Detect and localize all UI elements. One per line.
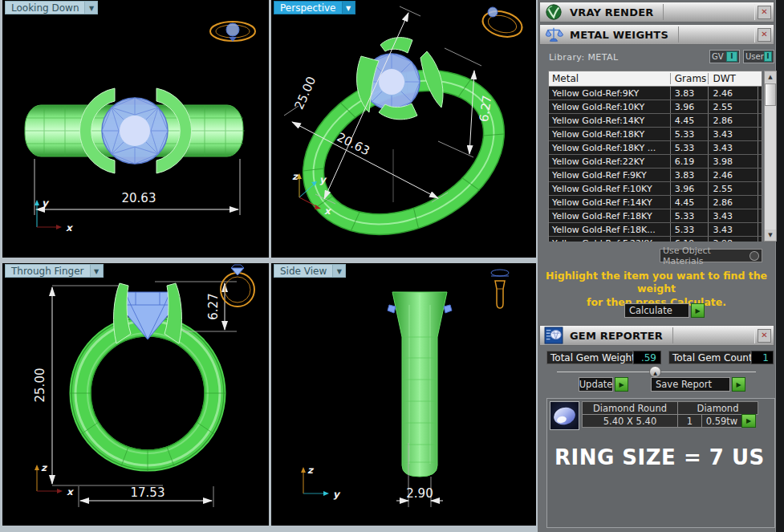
axis-y-label: y [319,174,327,185]
viewport-perspective-canvas[interactable]: 25.00 6.27 20.63 z y [271,0,536,258]
instruction-line-1: Highlight the item you want to find the … [538,270,775,296]
scroll-up-icon[interactable]: ▲ [765,71,776,83]
metal-table-header: Metal Grams DWT [548,71,762,87]
viewport-tab-through-finger[interactable]: Through Finger ▼ [5,264,104,278]
toggle-indicator-icon[interactable]: I [764,51,772,62]
chevron-down-icon[interactable]: ▼ [342,1,355,14]
gem-material-cell[interactable]: Diamond [677,401,758,415]
collapse-icon[interactable]: ▲ [649,366,661,378]
viewport-perspective[interactable]: 25.00 6.27 20.63 z y [271,0,536,258]
column-header-metal[interactable]: Metal [549,73,670,84]
chevron-down-icon[interactable]: ▼ [90,264,104,278]
metal-cell-metal: Yellow Gold-Ref:22KY [549,155,670,168]
gem-reporter-header[interactable]: GEM REPORTER ✕ [539,325,774,346]
metal-cell-pad [758,169,762,181]
viewport-tab-label[interactable]: Side View [274,264,332,278]
chevron-down-icon[interactable]: ▼ [84,1,98,14]
calculate-button[interactable]: Calculate ▶ [624,303,705,318]
metal-table-row[interactable]: Yellow Gold-Ref F:9KY3.832.46 [549,169,762,182]
viewport-tab-label[interactable]: Through Finger [5,264,90,278]
gem-stone-image [552,405,577,427]
play-icon[interactable]: ▶ [691,303,705,318]
gem-highlight [556,416,567,424]
viewport-looking-down[interactable]: 20.63 y x Looking Down ▼ [2,0,269,258]
viewport-tab-label[interactable]: Perspective [274,1,342,14]
metal-cell-dwt: 3.43 [708,141,758,154]
viewport-tab-side-view[interactable]: Side View ▼ [274,264,346,278]
metal-table-row[interactable]: Yellow Gold-Ref F:18KY5.333.43 [549,209,762,223]
close-icon[interactable]: ✕ [758,28,771,42]
user-toggle-label: User [745,52,764,61]
close-icon[interactable]: ✕ [758,329,771,343]
update-button-label[interactable]: Update [579,377,613,392]
scroll-down-icon[interactable]: ▼ [765,229,776,241]
metal-table-row[interactable]: Yellow Gold-Ref:9KY3.832.46 [549,87,762,100]
total-gem-count-label: Total Gem Count [668,351,751,364]
metal-cell-pad [758,87,762,99]
metal-cell-dwt: 2.46 [708,169,758,181]
dimension-17-53: 17.53 [79,485,213,507]
viewport-tab-label[interactable]: Looking Down [5,1,84,14]
axis-y-label: y [333,489,341,500]
play-icon[interactable]: ▶ [741,414,756,428]
metal-table-row[interactable]: Yellow Gold-Ref:10KY3.962.55 [549,100,762,114]
metal-table-row[interactable]: Yellow Gold-Ref:22KY6.193.98 [549,155,762,169]
orientation-ring-icon [480,7,525,41]
metal-table-row[interactable]: Yellow Gold-Ref F:14KY4.452.86 [549,196,762,209]
metal-cell-dwt: 3.43 [708,128,758,140]
metal-table-row[interactable]: Yellow Gold-Ref:14KY4.452.86 [549,114,762,128]
ring-wireframe-side [388,292,452,477]
dim-label: 17.53 [131,485,165,500]
metal-table-row[interactable]: Yellow Gold-Ref:18KY ...5.333.43 [549,141,762,155]
save-report-button[interactable]: Save Report ▶ [651,377,745,392]
metal-weights-header[interactable]: METAL WEIGHTS ✕ [539,24,774,45]
metal-table-row[interactable]: Yellow Gold-Ref F:10KY3.962.55 [549,182,762,196]
gem-shape-cell[interactable]: Diamond Round [582,401,678,415]
metal-cell-grams: 3.83 [670,87,709,99]
metal-table-row[interactable]: Yellow Gold-Ref F:18K...5.333.43 [549,223,762,237]
dim-label: 25.00 [33,368,47,403]
gem-thumbnail[interactable] [550,401,579,430]
gv-toggle-button[interactable]: GV I [709,50,740,63]
toggle-indicator-icon[interactable]: I [726,51,737,62]
use-object-materials-dropdown[interactable]: Use Object Materials [660,249,762,262]
viewport-tab-perspective[interactable]: Perspective ▼ [274,1,355,14]
gem-count-cell[interactable]: 1 [677,414,702,428]
viewport-looking-down-canvas[interactable]: 20.63 y x [2,0,269,258]
scrollbar-thumb[interactable] [765,83,776,106]
metal-cell-metal: Yellow Gold-Ref F:22KY [549,237,670,242]
metal-table-row[interactable]: Yellow Gold-Ref F:22KY6.193.98 [549,237,762,242]
calculate-button-label[interactable]: Calculate [624,303,689,318]
play-icon[interactable]: ▶ [732,377,745,392]
viewport-through-finger[interactable]: 25.00 6.27 17.53 z x [2,263,269,526]
metal-table-row[interactable]: Yellow Gold-Ref:18KY5.333.43 [549,128,762,141]
viewport-through-finger-canvas[interactable]: 25.00 6.27 17.53 z x [2,263,269,526]
metal-cell-metal: Yellow Gold-Ref F:10KY [549,182,670,195]
metal-cell-grams: 3.83 [670,169,709,181]
viewport-side-view-canvas[interactable]: 2.90 z y [271,263,536,526]
gem-size-cell[interactable]: 5.40 X 5.40 [582,414,678,428]
ring-size-text: RING SIZE = 7 US [554,445,765,469]
play-icon[interactable]: ▶ [615,377,628,392]
metal-cell-pad [758,223,762,236]
column-header-grams[interactable]: Grams [670,73,709,84]
metal-cell-grams: 3.96 [670,182,709,195]
metal-cell-pad [758,237,762,242]
vray-render-header[interactable]: VRAY RENDER ✕ [539,2,774,22]
user-toggle-button[interactable]: User I [743,50,774,63]
gem-report-box: Diamond Round Diamond 5.40 X 5.40 1 0.59… [546,398,775,528]
update-button[interactable]: Update ▶ [579,377,628,392]
close-icon[interactable]: ✕ [758,6,771,19]
table-scrollbar[interactable]: ▲ ▼ [764,71,777,242]
viewport-tab-looking-down[interactable]: Looking Down ▼ [5,1,98,14]
ring-wireframe-top [25,88,245,173]
save-report-button-label[interactable]: Save Report [651,377,730,392]
gem-weight-cell[interactable]: 0.59tw [701,414,742,428]
column-header-dwt[interactable]: DWT [708,73,758,84]
chevron-down-icon[interactable]: ▼ [332,264,346,278]
viewport-side-view[interactable]: 2.90 z y Side View ▼ [271,263,536,526]
metal-cell-grams: 6.19 [670,237,709,242]
axis-indicator: z y [301,465,341,500]
radio-icon[interactable] [749,251,759,261]
metal-table-body: Yellow Gold-Ref:9KY3.832.46Yellow Gold-R… [548,87,762,242]
